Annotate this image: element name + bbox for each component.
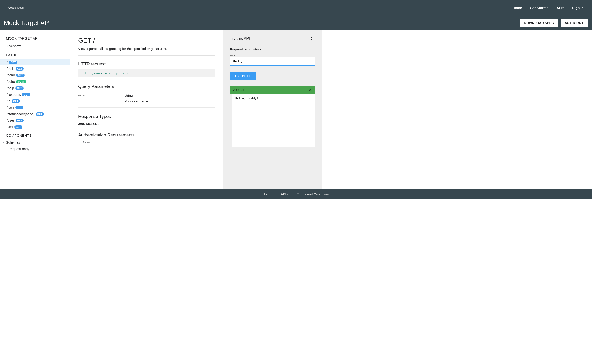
chevron-down-icon	[2, 142, 5, 143]
sidebar-path-item[interactable]: /userGET	[0, 117, 70, 124]
nav-apis[interactable]: APIs	[557, 6, 564, 10]
endpoint-description: View a personalized greeting for the spe…	[78, 47, 215, 51]
method-badge: POST	[16, 80, 26, 84]
response-types-heading: Response Types	[78, 114, 215, 119]
authorize-button[interactable]: AUTHORIZE	[560, 19, 588, 27]
sidebar-path-item[interactable]: /echoGET	[0, 72, 70, 78]
sidebar-path-item[interactable]: /echoPOST	[0, 78, 70, 85]
sidebar-path-text: /echo	[7, 73, 15, 77]
method-badge: GET	[36, 112, 44, 116]
param-description: Your user name.	[78, 98, 215, 104]
expand-icon[interactable]	[311, 37, 315, 41]
nav-home[interactable]: Home	[512, 6, 522, 10]
sidebar: MOCK TARGET API Overview PATHS /GET/auth…	[0, 30, 70, 189]
sidebar-path-text: /user	[7, 119, 14, 122]
param-row: userstring	[78, 92, 215, 98]
sidebar-path-item[interactable]: /iloveapisGET	[0, 91, 70, 98]
sidebar-overview[interactable]: Overview	[0, 43, 70, 50]
sidebar-schemas-label: Schemas	[6, 141, 20, 144]
cloud-logo-icon: Google Cloud	[8, 5, 29, 10]
request-params-heading: Request parameters	[230, 47, 315, 51]
sidebar-path-item[interactable]: /statuscode/{code}GET	[0, 111, 70, 117]
divider	[78, 107, 215, 108]
api-title: Mock Target API	[4, 19, 51, 26]
response-type-line: 200: Success	[78, 122, 215, 126]
sidebar-path-text: /json	[7, 106, 14, 109]
param-type: string	[125, 94, 133, 97]
top-header: Google Cloud Home Get Started APIs Sign …	[0, 0, 592, 15]
auth-text: None.	[78, 140, 215, 144]
sidebar-path-text: /echo	[7, 80, 15, 84]
close-icon[interactable]: ✕	[308, 88, 312, 92]
sidebar-path-text: /iloveapis	[7, 93, 21, 97]
main-content: GET / View a personalized greeting for t…	[70, 30, 223, 189]
method-badge: GET	[15, 106, 23, 109]
response-box: 200 OK ✕ Hello, Buddy!	[230, 85, 315, 147]
top-nav: Home Get Started APIs Sign In	[512, 6, 584, 10]
sidebar-path-item[interactable]: /GET	[0, 59, 70, 65]
response-body: Hello, Buddy!	[230, 94, 315, 147]
sidebar-schema-item[interactable]: request-body	[0, 146, 70, 152]
param-name: user	[78, 94, 125, 97]
download-spec-button[interactable]: DOWNLOAD SPEC	[520, 19, 558, 27]
sidebar-path-item[interactable]: /helpGET	[0, 85, 70, 91]
sidebar-path-item[interactable]: /ipGET	[0, 98, 70, 104]
sidebar-path-item[interactable]: /xmlGET	[0, 124, 70, 130]
fullscreen-icon	[311, 37, 315, 40]
auth-heading: Authentication Requirements	[78, 132, 215, 138]
nav-get-started[interactable]: Get Started	[530, 6, 549, 10]
footer-apis[interactable]: APIs	[281, 192, 288, 196]
sidebar-path-text: /ip	[7, 99, 10, 103]
response-types-list: 200: Success	[78, 122, 215, 126]
sidebar-path-text: /	[7, 60, 8, 64]
method-badge: GET	[15, 119, 24, 122]
header-buttons: DOWNLOAD SPEC AUTHORIZE	[520, 19, 588, 27]
query-params-heading: Query Parameters	[78, 84, 215, 89]
method-badge: GET	[15, 67, 24, 71]
method-badge: GET	[14, 125, 22, 129]
method-badge: GET	[16, 73, 24, 77]
svg-text:Google: Google	[8, 6, 16, 9]
response-status-text: 200 OK	[233, 88, 245, 92]
try-api-panel: Try this API Request parameters user EXE…	[223, 30, 322, 189]
nav-sign-in[interactable]: Sign In	[572, 6, 584, 10]
http-request-heading: HTTP request	[78, 62, 215, 67]
sidebar-paths-heading: PATHS	[0, 51, 70, 58]
footer: Home APIs Terms and Conditions	[0, 189, 592, 199]
sidebar-paths-list: /GET/authGET/echoGET/echoPOST/helpGET/il…	[0, 58, 70, 132]
sidebar-api-heading: MOCK TARGET API	[0, 34, 70, 42]
svg-text:Cloud: Cloud	[17, 6, 24, 9]
sidebar-path-text: /auth	[7, 67, 14, 71]
sub-header: Mock Target API DOWNLOAD SPEC AUTHORIZE	[0, 15, 592, 30]
method-badge: GET	[9, 61, 17, 64]
sidebar-schemas-toggle[interactable]: Schemas	[0, 139, 70, 146]
try-param-label-user: user	[230, 53, 315, 57]
main-layout: MOCK TARGET API Overview PATHS /GET/auth…	[0, 30, 592, 189]
divider	[78, 55, 215, 56]
response-status-bar: 200 OK ✕	[230, 85, 315, 94]
execute-button[interactable]: EXECUTE	[230, 72, 256, 80]
endpoint-title: GET /	[78, 37, 215, 44]
sidebar-path-text: /help	[7, 86, 14, 90]
google-cloud-logo[interactable]: Google Cloud	[8, 5, 29, 10]
footer-home[interactable]: Home	[263, 192, 271, 196]
try-api-title: Try this API	[230, 36, 250, 41]
sidebar-path-item[interactable]: /jsonGET	[0, 104, 70, 111]
sidebar-schemas-list: request-body	[0, 146, 70, 152]
sidebar-path-item[interactable]: /authGET	[0, 65, 70, 72]
method-badge: GET	[22, 93, 30, 97]
method-badge: GET	[12, 99, 20, 103]
try-param-input-user[interactable]	[230, 57, 315, 66]
sidebar-path-text: /statuscode/{code}	[7, 112, 34, 116]
method-badge: GET	[15, 86, 23, 90]
query-params-list: userstringYour user name.	[78, 92, 215, 104]
sidebar-path-text: /xml	[7, 125, 13, 129]
http-request-url: https://mocktarget.apigee.net	[78, 69, 215, 78]
footer-terms[interactable]: Terms and Conditions	[297, 192, 329, 196]
sidebar-components-heading: COMPONENTS	[0, 132, 70, 139]
